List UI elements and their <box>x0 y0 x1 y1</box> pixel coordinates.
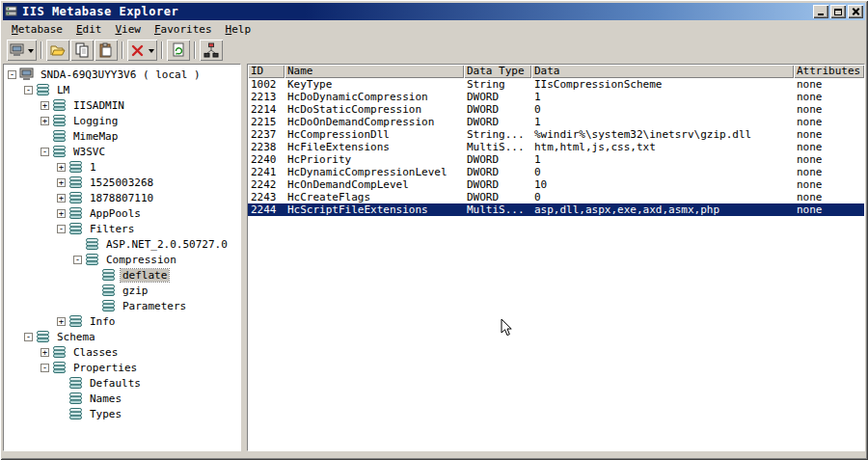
list-row-2240[interactable]: 2240HcPriorityDWORD1none <box>248 153 864 166</box>
delete-button[interactable] <box>127 40 157 61</box>
database-icon <box>68 392 84 405</box>
titlebar[interactable]: IIS Metabase Explorer <box>3 3 865 20</box>
cell-data: 1 <box>531 116 794 128</box>
cell-data: IIsCompressionScheme <box>531 78 794 91</box>
minimize-button[interactable] <box>813 5 828 18</box>
tree-node-label: 1 <box>88 161 98 174</box>
cell-data: %windir%\system32\inetsrv\gzip.dll <box>531 128 794 141</box>
connect-computer-button[interactable] <box>7 40 37 61</box>
menu-help[interactable]: Help <box>219 22 258 37</box>
tree-node-compression[interactable]: -Compression <box>4 252 240 267</box>
tree-node-logging[interactable]: +Logging <box>4 113 240 128</box>
tree-node-label: Schema <box>55 331 97 343</box>
menubar: MetabaseEditViewFavoritesHelp <box>3 20 865 38</box>
menu-metabase[interactable]: Metabase <box>5 22 69 37</box>
list-row-1002[interactable]: 1002KeyTypeStringIIsCompressionSchemenon… <box>248 78 864 91</box>
list-row-2214[interactable]: 2214HcDoStaticCompressionDWORD0none <box>248 103 864 116</box>
tree-node-1525003268[interactable]: +1525003268 <box>4 175 240 190</box>
list-row-2241[interactable]: 2241HcDynamicCompressionLevelDWORD0none <box>248 166 864 178</box>
expand-toggle[interactable]: + <box>57 194 66 203</box>
tree-node-apppools[interactable]: +AppPools <box>4 205 240 221</box>
open-folder-button[interactable] <box>46 40 69 61</box>
collapse-toggle[interactable]: - <box>73 256 82 264</box>
paste-button[interactable] <box>95 40 118 61</box>
tree-node-iisadmin[interactable]: +IISADMIN <box>4 97 240 113</box>
tree-node-mimemap[interactable]: MimeMap <box>4 128 240 144</box>
tree-node-defaults[interactable]: Defaults <box>4 375 240 391</box>
menu-edit[interactable]: Edit <box>69 22 109 37</box>
expand-toggle[interactable]: + <box>41 117 49 125</box>
close-icon <box>852 8 860 15</box>
column-header-name[interactable]: Name <box>285 65 464 78</box>
cell-attributes: none <box>794 91 864 103</box>
menu-view[interactable]: View <box>108 22 148 37</box>
copy-button[interactable] <box>70 40 94 61</box>
column-header-id[interactable]: ID <box>248 65 285 78</box>
tree-node-label: Defaults <box>88 377 143 390</box>
tree-node-snda-69q3uyy3v6-local[interactable]: -SNDA-69Q3UYY3V6 ( local ) <box>4 67 240 82</box>
tree-node-label: Types <box>88 408 123 420</box>
tree-node-label: Compression <box>104 254 178 266</box>
list-row-2238[interactable]: 2238HcFileExtensionsMultiS...htm,html,js… <box>248 141 864 153</box>
tree-node-parameters[interactable]: Parameters <box>4 298 240 313</box>
tree-node-filters[interactable]: -Filters <box>4 221 240 236</box>
refresh-page-button[interactable] <box>167 40 190 61</box>
tree-node-gzip[interactable]: gzip <box>4 283 240 298</box>
expand-toggle[interactable]: + <box>41 101 49 110</box>
list-row-2237[interactable]: 2237HcCompressionDllString...%windir%\sy… <box>248 128 864 141</box>
tree-node-w3svc[interactable]: -W3SVC <box>4 144 240 159</box>
minimize-icon <box>818 14 824 15</box>
tree-node-asp-net-2-0-50727-0[interactable]: ASP.NET_2.0.50727.0 <box>4 236 240 252</box>
expand-toggle[interactable]: + <box>57 163 66 172</box>
tree-node-1878807110[interactable]: +1878807110 <box>4 190 240 205</box>
list-row-2242[interactable]: 2242HcOnDemandCompLevelDWORD10none <box>248 178 864 191</box>
expand-toggle[interactable]: + <box>57 317 66 326</box>
cell-data-type: String... <box>464 128 531 141</box>
collapse-toggle[interactable]: - <box>41 148 49 156</box>
cell-name: HcCreateFlags <box>285 191 464 203</box>
list-row-2244[interactable]: 2244HcScriptFileExtensionsMultiS...asp,d… <box>248 203 864 216</box>
database-icon <box>52 361 68 374</box>
network-nodes-button[interactable] <box>200 40 223 61</box>
tree-node-schema[interactable]: -Schema <box>4 329 240 344</box>
menu-favorites[interactable]: Favorites <box>148 22 219 37</box>
expand-toggle[interactable]: + <box>41 348 49 357</box>
cell-data-type: DWORD <box>464 116 531 128</box>
database-icon <box>36 83 51 96</box>
database-icon <box>52 145 68 158</box>
database-icon <box>52 345 68 359</box>
tree-node-info[interactable]: +Info <box>4 313 240 329</box>
column-header-data[interactable]: Data <box>531 65 794 78</box>
cell-name: HcScriptFileExtensions <box>285 203 464 216</box>
list-row-2243[interactable]: 2243HcCreateFlagsDWORD0none <box>248 191 864 203</box>
maximize-button[interactable] <box>830 5 846 18</box>
collapse-toggle[interactable]: - <box>57 225 66 233</box>
list-row-2213[interactable]: 2213HcDoDynamicCompressionDWORD1none <box>248 91 864 103</box>
tree-node-label: Names <box>88 392 123 405</box>
tree-node-properties[interactable]: -Properties <box>4 360 240 375</box>
list-row-2215[interactable]: 2215HcDoOnDemandCompressionDWORD1none <box>248 116 864 128</box>
collapse-toggle[interactable]: - <box>41 364 49 372</box>
cell-data: 1 <box>531 153 794 166</box>
tree-node-types[interactable]: Types <box>4 406 240 421</box>
tree-node-names[interactable]: Names <box>4 391 240 406</box>
collapse-toggle[interactable]: - <box>24 333 33 341</box>
maximize-icon <box>834 9 842 15</box>
tree-node-lm[interactable]: -LM <box>4 82 240 97</box>
expand-toggle[interactable]: + <box>57 178 66 187</box>
tree-node-classes[interactable]: +Classes <box>4 344 240 360</box>
tree-node-1[interactable]: +1 <box>4 159 240 175</box>
tree-node-label: Parameters <box>121 300 188 312</box>
close-button[interactable] <box>848 5 863 18</box>
column-header-data-type[interactable]: Data Type <box>464 65 531 78</box>
cell-attributes: none <box>794 103 864 116</box>
tree-node-deflate[interactable]: deflate <box>4 267 240 283</box>
expand-toggle[interactable]: + <box>57 209 66 218</box>
cell-attributes: none <box>794 78 864 91</box>
collapse-toggle[interactable]: - <box>8 70 16 79</box>
column-header-attributes[interactable]: Attributes <box>794 65 864 78</box>
collapse-toggle[interactable]: - <box>24 86 33 95</box>
connect-computer-icon <box>10 42 25 58</box>
cell-data-type: DWORD <box>464 166 531 178</box>
cell-id: 2213 <box>248 91 285 103</box>
